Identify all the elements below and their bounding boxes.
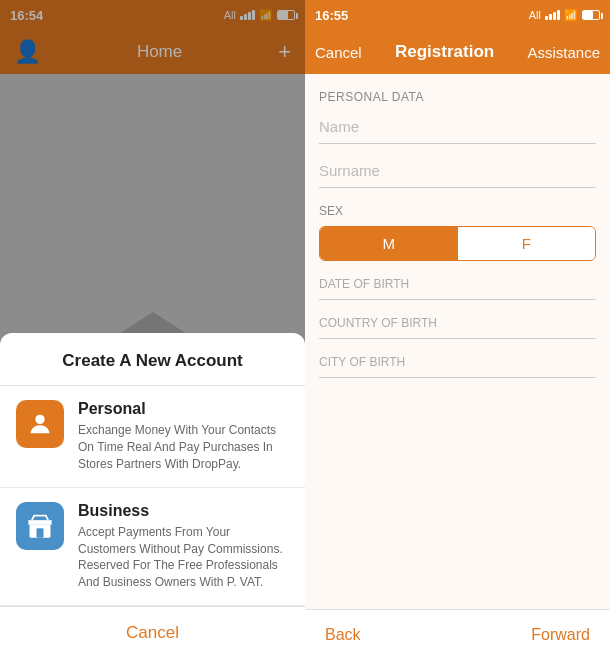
forward-button[interactable]: Forward	[531, 626, 590, 644]
personal-title: Personal	[78, 400, 289, 418]
modal-sheet: Create A New Account Personal Exchange M…	[0, 333, 305, 659]
country-of-birth-label: COUNTRY OF BIRTH	[319, 316, 596, 330]
business-desc: Accept Payments From Your Customers With…	[78, 524, 289, 591]
city-of-birth-field: CITY OF BIRTH	[319, 355, 596, 378]
sex-male-button[interactable]: M	[320, 227, 458, 260]
battery-icon-right	[582, 10, 600, 20]
business-option[interactable]: Business Accept Payments From Your Custo…	[0, 488, 305, 606]
modal-cancel-button[interactable]: Cancel	[0, 606, 305, 659]
personal-desc: Exchange Money With Your Contacts On Tim…	[78, 422, 289, 472]
surname-input[interactable]	[319, 160, 596, 181]
right-panel: 16:55 All 📶 Cancel Registration Assistan…	[305, 0, 610, 659]
business-text: Business Accept Payments From Your Custo…	[78, 502, 289, 591]
wifi-icon-right: 📶	[564, 9, 578, 22]
network-label-right: All	[529, 9, 541, 21]
back-button[interactable]: Back	[325, 626, 361, 644]
store-svg	[26, 512, 54, 540]
surname-field-container	[319, 160, 596, 188]
modal-title: Create A New Account	[0, 333, 305, 386]
cancel-button-right[interactable]: Cancel	[315, 44, 362, 61]
city-of-birth-label: CITY OF BIRTH	[319, 355, 596, 369]
sex-toggle: M F	[319, 226, 596, 261]
personal-option[interactable]: Personal Exchange Money With Your Contac…	[0, 386, 305, 487]
country-of-birth-field: COUNTRY OF BIRTH	[319, 316, 596, 339]
personal-text: Personal Exchange Money With Your Contac…	[78, 400, 289, 472]
nav-bar-right: Cancel Registration Assistance	[305, 30, 610, 74]
personal-icon	[16, 400, 64, 448]
bottom-bar-right: Back Forward	[305, 609, 610, 659]
modal-overlay: Create A New Account Personal Exchange M…	[0, 0, 305, 659]
date-of-birth-label: DATE OF BIRTH	[319, 277, 596, 291]
status-bar-right: 16:55 All 📶	[305, 0, 610, 30]
name-field-container	[319, 116, 596, 144]
section-label-personal-data: PERSONAL DATA	[319, 90, 596, 104]
signal-icon-right	[545, 10, 560, 20]
nav-title-right: Registration	[395, 42, 494, 62]
assistance-button[interactable]: Assistance	[527, 44, 600, 61]
left-panel: 16:54 All 📶 👤 Home +	[0, 0, 305, 659]
date-of-birth-field: DATE OF BIRTH	[319, 277, 596, 300]
person-svg	[26, 410, 54, 438]
business-title: Business	[78, 502, 289, 520]
status-icons-right: All 📶	[529, 9, 600, 22]
sex-section: SEX M F	[319, 204, 596, 261]
registration-form: PERSONAL DATA SEX M F DATE OF BIRTH COUN…	[305, 74, 610, 609]
sex-female-button[interactable]: F	[458, 227, 596, 260]
sex-label: SEX	[319, 204, 596, 218]
status-time-right: 16:55	[315, 8, 348, 23]
name-input[interactable]	[319, 116, 596, 137]
svg-point-8	[35, 415, 44, 424]
business-icon	[16, 502, 64, 550]
svg-rect-10	[37, 528, 44, 537]
